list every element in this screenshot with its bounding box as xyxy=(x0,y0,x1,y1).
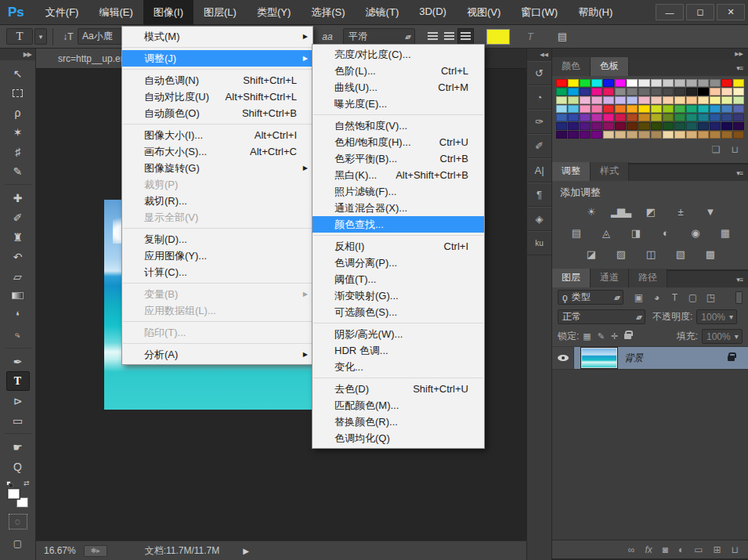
default-colors-icon[interactable] xyxy=(6,481,13,488)
black-white-icon[interactable]: ◨ xyxy=(626,226,645,240)
menubar-item-3[interactable]: 图层(L) xyxy=(193,0,247,25)
swatch-5-10[interactable] xyxy=(674,122,685,130)
swatch-1-6[interactable] xyxy=(627,88,638,96)
antialias-combo[interactable]: 平滑 ▴▾ xyxy=(343,28,415,45)
swatch-1-8[interactable] xyxy=(651,88,662,96)
adjust-submenu-item-10[interactable]: 通道混合器(X)... xyxy=(313,200,484,216)
delete-swatch-icon[interactable]: ⊔ xyxy=(732,144,739,157)
history-panel[interactable]: ↺ xyxy=(527,61,551,85)
swatch-3-13[interactable] xyxy=(710,105,721,113)
swatch-2-2[interactable] xyxy=(580,96,591,104)
align-center-button[interactable] xyxy=(441,28,457,45)
swatch-2-6[interactable] xyxy=(627,96,638,104)
swatch-5-13[interactable] xyxy=(710,122,721,130)
swatch-3-1[interactable] xyxy=(568,105,579,113)
adjust-submenu-item-9[interactable]: 照片滤镜(F)... xyxy=(313,183,484,200)
new-group-icon[interactable]: ▭ xyxy=(694,544,703,555)
swatch-6-15[interactable] xyxy=(733,131,744,139)
swatch-4-4[interactable] xyxy=(603,114,614,121)
swatch-6-2[interactable] xyxy=(580,131,591,139)
swatch-3-12[interactable] xyxy=(698,105,709,113)
swatch-2-8[interactable] xyxy=(651,96,662,104)
menubar-item-7[interactable]: 3D(D) xyxy=(409,0,457,25)
swatch-1-1[interactable] xyxy=(568,88,579,96)
swatch-3-5[interactable] xyxy=(615,105,626,113)
screen-mode-button[interactable]: ▢ xyxy=(9,536,27,551)
menubar-item-6[interactable]: 滤镜(T) xyxy=(356,0,410,25)
gradient-map-icon[interactable]: ▧ xyxy=(670,247,689,262)
blend-mode-combo[interactable]: 正常 ▴▾ xyxy=(558,309,645,324)
lock-all-icon[interactable] xyxy=(624,334,631,339)
swatch-6-8[interactable] xyxy=(651,131,662,139)
brightness-contrast-icon[interactable]: ☀ xyxy=(581,204,600,219)
swatch-4-3[interactable] xyxy=(591,114,602,121)
swatch-4-0[interactable] xyxy=(556,114,567,121)
swatch-0-8[interactable] xyxy=(651,79,662,87)
swatch-5-15[interactable] xyxy=(733,122,744,130)
swatch-1-3[interactable] xyxy=(591,88,602,96)
swatch-1-4[interactable] xyxy=(603,88,614,96)
lock-paint-icon[interactable]: ✎ xyxy=(598,331,605,341)
gradient-tool[interactable] xyxy=(6,286,30,305)
swatch-5-9[interactable] xyxy=(663,122,674,130)
swatch-4-11[interactable] xyxy=(686,114,697,121)
toolbar-collapse-icon[interactable]: ▶▶ xyxy=(0,49,35,60)
spot-healing-tool[interactable]: ✚ xyxy=(6,188,30,208)
layer-filter-combo[interactable]: ϙ 类型 ▴▾ xyxy=(558,290,623,305)
swatch-2-4[interactable] xyxy=(603,96,614,104)
swatch-5-8[interactable] xyxy=(651,122,662,130)
layer-selected-area[interactable]: 背景 xyxy=(574,347,748,369)
image-menu-item-24[interactable]: 分析(A)▶ xyxy=(122,346,313,363)
swatch-0-6[interactable] xyxy=(627,79,638,87)
menubar-item-10[interactable]: 帮助(H) xyxy=(568,0,623,25)
swatch-0-9[interactable] xyxy=(663,79,674,87)
dock-collapse-icon[interactable]: ◀◀ xyxy=(527,49,551,61)
swatch-2-0[interactable] xyxy=(556,96,567,104)
swatch-6-6[interactable] xyxy=(627,131,638,139)
antialias-icon[interactable]: aa xyxy=(318,31,337,42)
swatch-0-0[interactable] xyxy=(556,79,567,87)
properties-panel[interactable]: ◔ xyxy=(527,85,551,110)
swatch-0-11[interactable] xyxy=(686,79,697,87)
adjust-submenu-item-7[interactable]: 色彩平衡(B)...Ctrl+B xyxy=(313,150,484,167)
swatch-2-7[interactable] xyxy=(638,96,649,104)
filter-pixel-layers-icon[interactable]: ▣ xyxy=(632,292,645,303)
image-menu-item-11[interactable]: 裁剪(P) xyxy=(122,176,313,193)
selective-color-icon[interactable]: ▩ xyxy=(700,247,719,262)
clone-stamp-tool[interactable]: ♜ xyxy=(6,227,30,247)
swatch-4-9[interactable] xyxy=(663,114,674,121)
type-tool[interactable]: T xyxy=(6,371,30,391)
layer-filter-toggle[interactable] xyxy=(735,291,743,304)
swatch-2-11[interactable] xyxy=(686,96,697,104)
swatch-1-10[interactable] xyxy=(674,88,685,96)
adjust-submenu-item-5[interactable]: 自然饱和度(V)... xyxy=(313,117,484,134)
swatch-2-12[interactable] xyxy=(698,96,709,104)
swatch-0-10[interactable] xyxy=(674,79,685,87)
filter-shape-layers-icon[interactable]: ▢ xyxy=(686,292,699,303)
add-layer-mask-icon[interactable]: ◙ xyxy=(663,544,668,555)
zoom-level[interactable]: 16.67% xyxy=(44,545,76,556)
pen-tool[interactable]: ✒ xyxy=(6,352,30,371)
crop-tool[interactable]: ♯ xyxy=(6,142,30,161)
swatches-tab-1[interactable]: 色板 xyxy=(591,57,629,76)
swatch-0-13[interactable] xyxy=(710,79,721,87)
adjust-submenu-item-23[interactable]: 去色(D)Shift+Ctrl+U xyxy=(313,381,484,397)
adjust-submenu-item-21[interactable]: 变化... xyxy=(313,359,484,375)
exposure-icon[interactable]: ± xyxy=(670,204,689,219)
swap-colors-icon[interactable]: ⇄ xyxy=(23,479,30,487)
photo-filter-icon[interactable]: ◐ xyxy=(656,226,674,240)
filter-smart-objects-icon[interactable]: ◳ xyxy=(704,292,717,303)
blur-tool[interactable]: ❛ xyxy=(6,305,30,325)
swatch-6-1[interactable] xyxy=(568,131,579,139)
image-menu-item-0[interactable]: 模式(M)▶ xyxy=(122,28,313,45)
foreground-color-swatch[interactable] xyxy=(8,489,20,499)
font-family-combo[interactable]: Aa小鹿 xyxy=(78,28,126,45)
toggle-panels-icon[interactable]: ▤ xyxy=(552,31,573,42)
swatch-0-15[interactable] xyxy=(733,79,744,87)
zoom-tool[interactable]: Q xyxy=(6,457,30,476)
adjust-submenu-item-17[interactable]: 可选颜色(S)... xyxy=(313,304,484,320)
swatch-0-14[interactable] xyxy=(721,79,732,87)
image-menu-item-12[interactable]: 裁切(R)... xyxy=(122,193,313,209)
align-right-button[interactable] xyxy=(457,28,474,45)
image-menu-item-8[interactable]: 图像大小(I)...Alt+Ctrl+I xyxy=(122,127,313,143)
